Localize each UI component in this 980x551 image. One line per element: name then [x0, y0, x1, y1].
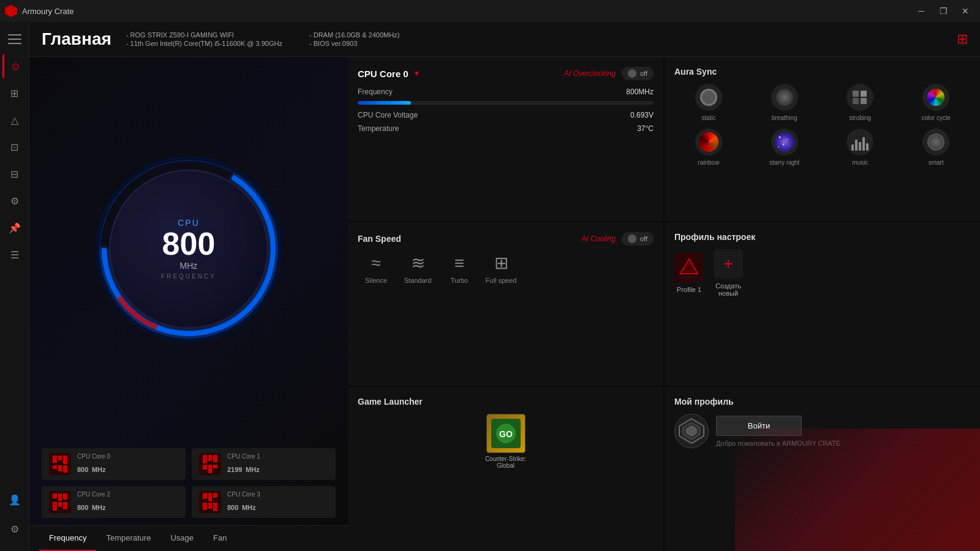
cpu-detail-panel: CPU Core 0 ▼ AI Overclocking off Frequen…: [348, 57, 663, 221]
settings-icon: ⚙: [10, 523, 19, 535]
cpu-unit: MHz: [161, 261, 216, 271]
fan-mode-silence[interactable]: ≈ Silence: [358, 253, 394, 284]
frequency-bar-fill: [358, 101, 411, 105]
starry-night-label: starry night: [769, 159, 799, 166]
fan-mode-standard[interactable]: ≋ Standard: [399, 253, 436, 284]
aura-mode-starry-night[interactable]: starry night: [750, 129, 819, 166]
ai-cooling-toggle[interactable]: off: [622, 232, 654, 246]
aura-mode-music[interactable]: music: [826, 129, 895, 166]
sidebar-item-news[interactable]: ☰: [2, 242, 27, 267]
core-info-0: CPU Core 0 800 MHz: [77, 453, 178, 475]
frequency-row: Frequency 800MHz: [358, 88, 654, 96]
toggle-circle-icon: [628, 69, 636, 78]
fan-mode-turbo-label: Turbo: [451, 277, 468, 284]
core-card-1: CPU Core 1 2199 MHz: [192, 448, 336, 480]
music-label: music: [852, 159, 868, 166]
my-profile-content: Войти Добро пожаловать в ARMOURY CRATE: [674, 414, 970, 448]
ai-overclocking-label: AI Overclocking: [564, 69, 616, 78]
sidebar-item-media[interactable]: ⊡: [2, 135, 27, 159]
sidebar-item-devices[interactable]: ⊞: [2, 81, 27, 105]
aura-modes-grid: static breathing: [674, 84, 970, 166]
sidebar-menu-toggle[interactable]: [2, 27, 27, 51]
tab-fan[interactable]: Fan: [203, 526, 236, 551]
profile-item-1[interactable]: Profile 1: [674, 253, 704, 293]
core-card-0: CPU Core 0 800 MHz: [42, 448, 186, 480]
profile-1-icon: [674, 253, 704, 282]
cpu-sub: FREQUENCY: [161, 273, 216, 280]
window-controls: ─ ❐ ✕: [911, 4, 975, 18]
welcome-text: Добро пожаловать в ARMOURY CRATE: [716, 440, 970, 447]
aura-mode-strobing[interactable]: strobing: [826, 84, 895, 121]
header-display-icon[interactable]: ⊞: [957, 31, 968, 47]
fan-speed-title: Fan Speed: [358, 234, 401, 244]
fan-modes-list: ≈ Silence ≋ Standard ≡ Turbo ⊞ Full spee…: [358, 253, 654, 284]
tab-temperature[interactable]: Temperature: [96, 526, 160, 551]
aura-mode-smart[interactable]: smart: [902, 129, 970, 166]
core-icon-grid-0: [53, 455, 67, 473]
tools-icon: ⚙: [10, 195, 19, 207]
profile-settings-panel: Профиль настроек Profile 1 +: [665, 222, 980, 386]
news-icon: ☰: [10, 249, 19, 261]
music-icon: [846, 129, 873, 156]
sidebar-item-home[interactable]: ⊙: [2, 54, 27, 78]
sidebar-bottom: 👤 ⚙: [2, 487, 27, 544]
sidebar-item-updates[interactable]: △: [2, 108, 27, 132]
game-item-csgo[interactable]: GO Counter-Strike: Global: [358, 414, 654, 469]
strobing-label: strobing: [850, 114, 872, 121]
breathing-label: breathing: [772, 114, 797, 121]
cpu-panel-header: CPU Core 0 ▼ AI Overclocking off: [358, 67, 654, 80]
sidebar-item-settings[interactable]: ⚙: [2, 517, 27, 541]
login-button[interactable]: Войти: [716, 416, 802, 436]
smart-icon: [922, 129, 949, 156]
minimize-button[interactable]: ─: [911, 4, 931, 18]
csgo-thumb: GO: [486, 414, 526, 453]
title-bar: Armoury Crate ─ ❐ ✕: [0, 0, 980, 22]
cpu-panel-controls: AI Overclocking off: [564, 67, 654, 80]
profile-items-list: Profile 1 + Создать новый: [674, 249, 970, 297]
tab-frequency[interactable]: Frequency: [39, 526, 96, 551]
sidebar-item-sliders[interactable]: ⊟: [2, 162, 27, 186]
tab-usage[interactable]: Usage: [160, 526, 203, 551]
fan-mode-turbo[interactable]: ≡ Turbo: [441, 253, 478, 284]
aura-mode-breathing[interactable]: breathing: [750, 84, 819, 121]
maximize-button[interactable]: ❐: [933, 4, 953, 18]
sidebar-item-tools[interactable]: ⚙: [2, 189, 27, 213]
cpu-center: CPU 800 MHz FREQUENCY: [161, 218, 216, 280]
ai-overclocking-toggle[interactable]: off: [622, 67, 654, 80]
game-launcher-title: Game Launcher: [358, 397, 654, 407]
color-cycle-icon: [922, 84, 949, 111]
devices-icon: ⊞: [10, 88, 18, 99]
bottom-tabs: Frequency Temperature Usage Fan: [29, 525, 348, 551]
aura-mode-static[interactable]: static: [674, 84, 743, 121]
header-right: ⊞: [957, 31, 968, 47]
svg-point-12: [778, 146, 779, 148]
core-info-2: CPU Core 2 800 MHz: [77, 491, 178, 513]
header-specs: DRAM (16.0GB & 2400MHz) BIOS ver.0903: [309, 31, 399, 47]
aura-sync-title: Aura Sync: [674, 67, 970, 77]
my-profile-panel: Мой профиль Войти Добро пожаловать в ARM…: [665, 387, 980, 551]
breathing-icon: [771, 84, 798, 111]
cpu-ring: CPU 800 MHz FREQUENCY: [91, 151, 287, 347]
close-button[interactable]: ✕: [956, 4, 975, 18]
core-val-3: 800 MHz: [227, 499, 328, 513]
media-icon: ⊡: [10, 141, 18, 153]
dropdown-arrow-icon[interactable]: ▼: [413, 69, 421, 78]
my-profile-title: Мой профиль: [674, 397, 970, 407]
aura-mode-rainbow[interactable]: rainbow: [674, 129, 743, 166]
smart-label: smart: [929, 159, 944, 166]
sidebar-item-pin[interactable]: 📌: [2, 216, 27, 240]
add-profile-item[interactable]: + Создать новый: [714, 249, 743, 297]
sidebar-item-user[interactable]: 👤: [2, 487, 27, 512]
profile-1-label: Profile 1: [677, 286, 701, 293]
strobing-icon: [846, 84, 873, 111]
fan-mode-full-speed[interactable]: ⊞ Full speed: [483, 253, 519, 284]
core-icon-grid-2: [53, 493, 67, 511]
sidebar: ⊙ ⊞ △ ⊡ ⊟ ⚙ 📌 ☰ 👤 ⚙: [0, 22, 29, 551]
fan-mode-full-speed-label: Full speed: [486, 277, 517, 284]
aura-mode-color-cycle[interactable]: color cycle: [902, 84, 970, 121]
cpu-panel-title: CPU Core 0 ▼: [358, 69, 420, 79]
svg-point-9: [786, 139, 788, 140]
core-val-2: 800 MHz: [77, 499, 178, 513]
user-icon: 👤: [9, 494, 21, 506]
fan-panel-header: Fan Speed AI Cooling off: [358, 232, 654, 246]
